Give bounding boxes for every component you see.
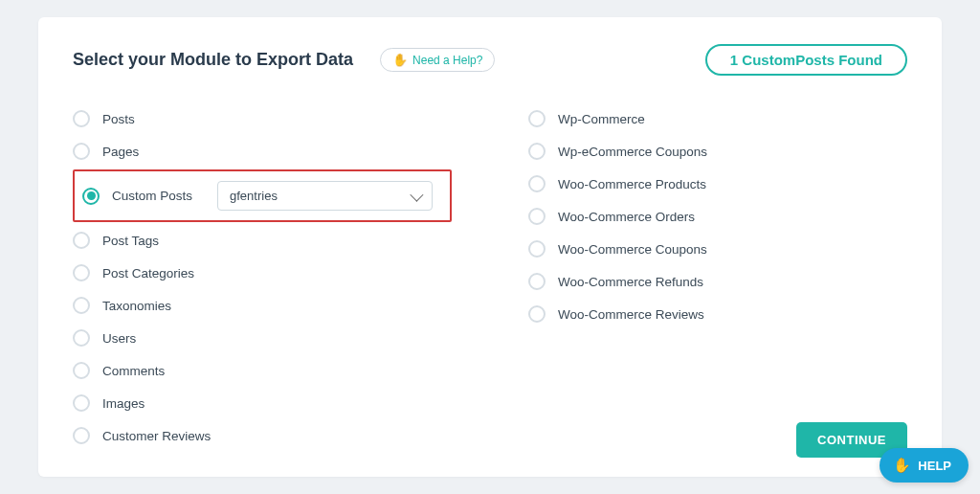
option-label: Wp-Commerce	[558, 112, 645, 126]
radio[interactable]	[73, 110, 90, 127]
left-column: PostsPagesCustom PostsgfentriesPost Tags…	[73, 102, 452, 452]
right-column: Wp-CommerceWp-eCommerce CouponsWoo-Comme…	[528, 102, 907, 452]
option-row[interactable]: Post Tags	[73, 224, 452, 257]
option-row[interactable]: Customer Reviews	[73, 419, 452, 452]
radio[interactable]	[528, 305, 546, 323]
export-card: Select your Module to Export Data ✋ Need…	[38, 17, 942, 477]
radio[interactable]	[73, 329, 90, 347]
option-row[interactable]: Woo-Commerce Coupons	[528, 233, 907, 265]
option-row[interactable]: Posts	[73, 102, 452, 135]
option-label: Woo-Commerce Coupons	[558, 242, 707, 257]
option-label: Woo-Commerce Reviews	[558, 307, 704, 322]
help-float-button[interactable]: ✋ HELP	[880, 448, 969, 483]
radio[interactable]	[528, 143, 546, 160]
radio[interactable]	[73, 427, 90, 444]
option-row[interactable]: Woo-Commerce Products	[528, 168, 907, 200]
dropdown-value: gfentries	[230, 189, 278, 203]
option-label: Woo-Commerce Orders	[558, 210, 695, 224]
radio[interactable]	[73, 394, 90, 412]
columns: PostsPagesCustom PostsgfentriesPost Tags…	[73, 102, 907, 452]
hand-icon: ✋	[893, 457, 911, 474]
option-label: Post Tags	[102, 234, 159, 248]
option-label: Woo-Commerce Refunds	[558, 275, 703, 289]
found-badge: 1 CustomPosts Found	[705, 44, 907, 76]
chevron-down-icon	[410, 188, 423, 201]
radio[interactable]	[82, 188, 100, 205]
option-label: Wp-eCommerce Coupons	[558, 145, 707, 159]
option-label: Comments	[102, 364, 165, 378]
option-label: Users	[102, 331, 136, 346]
option-row[interactable]: Woo-Commerce Orders	[528, 200, 907, 233]
option-row[interactable]: Pages	[73, 135, 452, 168]
radio[interactable]	[73, 143, 90, 160]
option-label: Woo-Commerce Products	[558, 177, 706, 191]
option-row[interactable]: Post Categories	[73, 257, 452, 289]
highlight-box: Custom Postsgfentries	[73, 169, 452, 222]
help-link-label: Need a Help?	[412, 54, 482, 67]
hand-icon: ✋	[392, 53, 408, 67]
option-row[interactable]: Wp-Commerce	[528, 102, 907, 135]
radio[interactable]	[73, 297, 90, 314]
option-row[interactable]: Users	[73, 322, 452, 354]
custom-posts-dropdown[interactable]: gfentries	[217, 181, 433, 211]
radio[interactable]	[528, 240, 546, 258]
radio[interactable]	[528, 175, 546, 192]
option-row[interactable]: Woo-Commerce Refunds	[528, 265, 907, 298]
option-label: Customer Reviews	[102, 429, 211, 443]
radio[interactable]	[528, 208, 546, 225]
need-help-link[interactable]: ✋ Need a Help?	[380, 48, 495, 72]
option-row[interactable]: Comments	[73, 354, 452, 387]
option-row[interactable]: Woo-Commerce Reviews	[528, 298, 907, 330]
option-row[interactable]: Taxonomies	[73, 289, 452, 322]
option-label: Taxonomies	[102, 299, 171, 313]
option-label: Posts	[102, 112, 135, 126]
option-row[interactable]: Images	[73, 387, 452, 419]
option-row[interactable]: Wp-eCommerce Coupons	[528, 135, 907, 168]
option-label: Pages	[102, 145, 139, 159]
option-row[interactable]: Custom Postsgfentries	[82, 177, 442, 214]
radio[interactable]	[73, 264, 90, 281]
radio[interactable]	[73, 362, 90, 379]
help-float-label: HELP	[918, 459, 951, 473]
header: Select your Module to Export Data ✋ Need…	[73, 44, 907, 76]
option-label: Custom Posts	[112, 189, 192, 203]
radio[interactable]	[73, 232, 90, 249]
option-label: Post Categories	[102, 266, 194, 281]
page-title: Select your Module to Export Data	[73, 50, 353, 70]
option-label: Images	[102, 396, 145, 411]
radio[interactable]	[528, 273, 546, 290]
radio[interactable]	[528, 110, 546, 127]
